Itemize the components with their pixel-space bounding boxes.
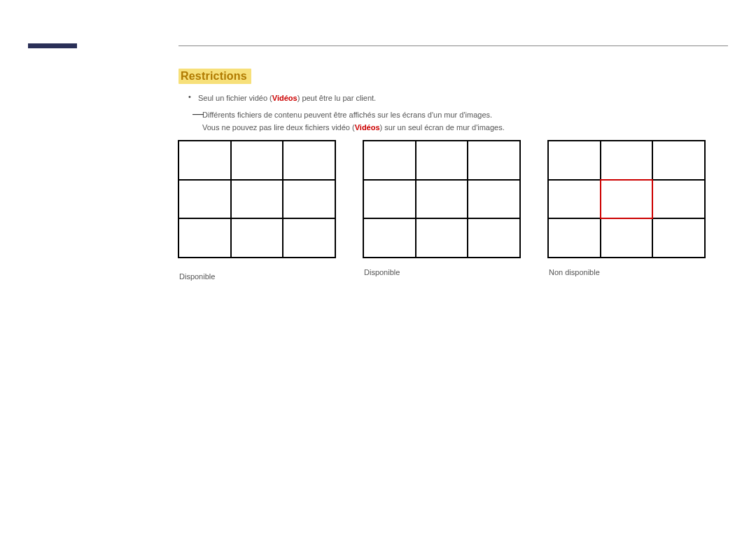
grid-cell xyxy=(416,219,468,257)
bullet-dot-icon: • xyxy=(188,92,198,101)
grid-1-wrap: Disponible xyxy=(178,140,336,281)
grid-cell xyxy=(179,219,230,257)
grid-cell xyxy=(179,181,230,218)
videos-highlight: Vidéos xyxy=(272,94,298,102)
grid-cell xyxy=(364,219,415,257)
content-block: Restrictions • Seul un fichier vidéo (Vi… xyxy=(178,69,724,134)
grid-cell xyxy=(549,219,600,257)
grid-3 xyxy=(547,140,706,258)
bullet-text-part-b: ) peut être lu par client. xyxy=(298,94,377,102)
header-accent-bar xyxy=(28,43,77,48)
grid-cell xyxy=(416,141,468,179)
grid-2-wrap: Disponible xyxy=(363,140,521,281)
dash-line-2-b: ) sur un seul écran de mur d'images. xyxy=(380,123,505,132)
grid-cell xyxy=(416,181,468,218)
grid-cell xyxy=(601,219,652,257)
dash-line-2: Vous ne pouvez pas lire deux fichiers vi… xyxy=(202,121,724,134)
grid-cell xyxy=(468,141,519,179)
grid-cell-highlight xyxy=(600,179,654,220)
grid-1 xyxy=(178,140,336,258)
dash-line-2-a: Vous ne pouvez pas lire deux fichiers vi… xyxy=(202,123,355,132)
grid-cell xyxy=(549,141,600,179)
grid-2-caption: Disponible xyxy=(364,268,521,276)
grid-1-caption: Disponible xyxy=(179,272,336,281)
grid-cell xyxy=(179,141,230,179)
grid-cell xyxy=(653,219,704,257)
section-heading: Restrictions xyxy=(178,69,251,84)
grid-2 xyxy=(363,140,521,258)
dash-icon: ― xyxy=(192,108,204,120)
header-rule xyxy=(178,45,728,46)
grid-cell xyxy=(468,181,519,218)
grid-cell xyxy=(601,141,652,179)
bullet-item: • Seul un fichier vidéo (Vidéos) peut êt… xyxy=(188,92,724,104)
grid-cell xyxy=(468,219,519,257)
grid-cell xyxy=(653,181,704,218)
dash-sub-item: ― Différents fichiers de contenu peuvent… xyxy=(202,108,724,134)
grid-cell xyxy=(284,141,335,179)
dash-line-1: Différents fichiers de contenu peuvent ê… xyxy=(202,108,724,122)
bullet-text-part-a: Seul un fichier vidéo ( xyxy=(198,94,272,102)
grid-cell xyxy=(284,181,335,218)
grid-cell xyxy=(232,219,283,257)
grid-3-caption: Non disponible xyxy=(549,268,706,276)
grid-cell xyxy=(232,141,283,179)
videos-highlight-2: Vidéos xyxy=(355,123,380,132)
grid-cell xyxy=(364,181,415,218)
bullet-text: Seul un fichier vidéo (Vidéos) peut être… xyxy=(198,92,376,104)
grids-row: Disponible Disponible Non dispon xyxy=(178,140,706,281)
grid-cell xyxy=(232,181,283,218)
grid-cell xyxy=(284,219,335,257)
grid-cell xyxy=(549,181,600,218)
grid-3-wrap: Non disponible xyxy=(547,140,706,281)
grid-cell xyxy=(364,141,415,179)
grid-cell xyxy=(653,141,704,179)
